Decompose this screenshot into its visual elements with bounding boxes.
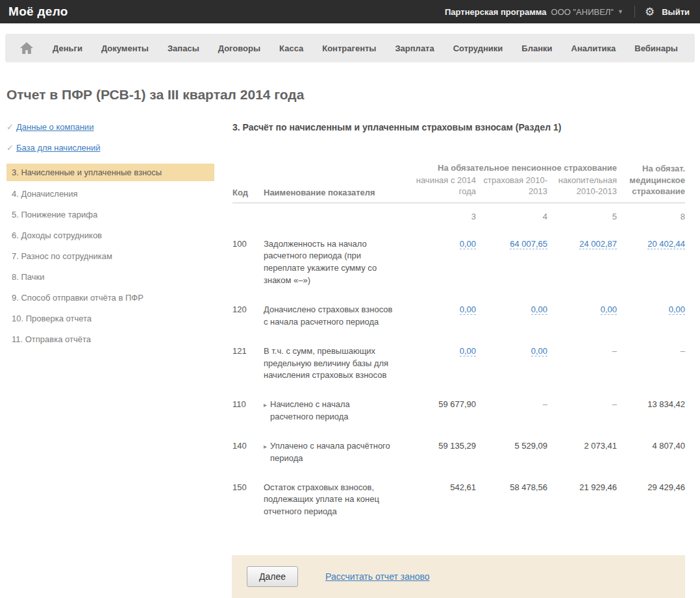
- step-additional-accruals: 4. Доначисления: [6, 189, 232, 199]
- section-main: 3. Расчёт по начисленным и уплаченным ст…: [232, 122, 685, 518]
- top-bar: Моё дело Партнерская программа ООО "АНИВ…: [0, 0, 700, 23]
- chevron-down-icon: ▼: [618, 8, 623, 15]
- nav-item-webinars[interactable]: Вебинары: [634, 44, 678, 53]
- row-name-text: Начислено с начала расчетного периода: [270, 399, 394, 423]
- app-logo[interactable]: Моё дело: [8, 5, 68, 19]
- company-dropdown[interactable]: ООО "АНИВЕЛ" ▼: [551, 7, 623, 17]
- step-send-method: 9. Способ отправки отчёта в ПФР: [6, 293, 232, 303]
- value-empty: –: [612, 399, 617, 409]
- expander-icon[interactable]: ▸: [264, 440, 270, 465]
- table-row: 120 Доначислено страховых взносов с нача…: [232, 304, 685, 329]
- row-name: Доначислено страховых взносов с начала р…: [264, 304, 405, 329]
- header-funded-2010-2013: накопительная 2010-2013: [547, 175, 617, 197]
- value-plain: 59 677,90: [438, 399, 476, 409]
- row-code: 121: [232, 345, 264, 382]
- next-button[interactable]: Далее: [247, 566, 298, 587]
- home-button[interactable]: [19, 42, 34, 55]
- expander-icon[interactable]: ▸: [264, 399, 270, 423]
- table-header: На обязательное пенсионное страхование Н…: [232, 163, 685, 203]
- recalculate-report-link[interactable]: Рассчитать отчет заново: [325, 571, 430, 582]
- header-indicator-name: Наименование показателя: [264, 188, 405, 197]
- company-name: ООО "АНИВЕЛ": [551, 7, 614, 17]
- value-link[interactable]: 20 402,44: [647, 239, 685, 249]
- step-company-data: ✓ Данные о компании: [6, 122, 232, 132]
- step-report-send: 11. Отправка отчёта: [6, 334, 232, 344]
- value-link[interactable]: 0,00: [460, 239, 476, 249]
- row-name: Задолженность на начало расчетного перио…: [264, 238, 405, 287]
- page-title: Отчет в ПФР (РСВ-1) за III квартал 2014 …: [6, 87, 700, 103]
- topbar-right: Партнерская программа ООО "АНИВЕЛ" ▼ ⚙ В…: [445, 6, 690, 18]
- column-number: 5: [547, 212, 617, 221]
- nav-item-salary[interactable]: Зарплата: [395, 44, 434, 53]
- content: ✓ Данные о компании ✓ База для начислени…: [0, 122, 700, 518]
- value-link[interactable]: 0,00: [531, 305, 547, 315]
- column-number: 8: [617, 212, 685, 221]
- logout-button[interactable]: Выйти: [662, 7, 690, 17]
- value-plain: 13 834,42: [647, 399, 685, 409]
- table-row: 140 ▸ Уплачено с начала расчётного перио…: [232, 440, 685, 465]
- nav-item-employees[interactable]: Сотрудники: [453, 44, 503, 53]
- check-icon: ✓: [6, 122, 16, 132]
- nav-item-cashdesk[interactable]: Касса: [279, 44, 303, 53]
- row-code: 140: [232, 440, 264, 465]
- value-link[interactable]: 64 007,65: [510, 239, 547, 249]
- value-plain: 542,61: [450, 482, 476, 492]
- value-link[interactable]: 0,00: [460, 305, 476, 315]
- value-plain: 21 929,46: [579, 482, 617, 492]
- step-link-accrual-base[interactable]: База для начислений: [16, 143, 100, 153]
- step-link-company-data[interactable]: Данные о компании: [16, 122, 94, 132]
- footer-action-bar: Далее Рассчитать отчет заново: [232, 555, 685, 598]
- value-empty: –: [543, 399, 547, 409]
- header-insurance-2010-2013: страховая 2010-2013: [476, 175, 547, 197]
- nav-item-documents[interactable]: Документы: [101, 44, 149, 53]
- partner-program-label: Партнерская программа: [445, 7, 547, 17]
- nav-item-analytics[interactable]: Аналитика: [571, 44, 616, 53]
- value-empty: –: [681, 346, 685, 356]
- row-code: 110: [232, 399, 264, 423]
- nav-item-counterparties[interactable]: Контрагенты: [322, 44, 376, 53]
- table-row: 121 В т.ч. с сумм, превышающих предельну…: [232, 345, 685, 382]
- nav-item-forms[interactable]: Бланки: [521, 44, 552, 53]
- row-name: В т.ч. с сумм, превышающих предельную ве…: [264, 345, 405, 382]
- row-name: ▸ Начислено с начала расчетного периода: [264, 399, 405, 423]
- nav-item-money[interactable]: Деньги: [53, 44, 82, 53]
- column-number: 4: [476, 212, 547, 221]
- row-name: ▸ Уплачено с начала расчётного периода: [264, 440, 405, 465]
- value-plain: 59 135,29: [438, 441, 476, 451]
- value-link[interactable]: 24 002,87: [579, 239, 617, 249]
- value-plain: 29 429,46: [647, 482, 685, 492]
- step-employee-income: 6. Доходы сотрудников: [6, 230, 232, 240]
- row-code: 120: [232, 304, 264, 329]
- value-plain: 5 529,09: [514, 441, 547, 451]
- check-icon: ✓: [6, 143, 16, 153]
- value-link[interactable]: 0,00: [460, 346, 476, 356]
- step-active-contributions[interactable]: 3. Начисленные и уплаченные взносы: [6, 164, 214, 181]
- nav-item-contracts[interactable]: Договоры: [218, 44, 260, 53]
- row-code: 150: [232, 482, 264, 519]
- home-icon: [19, 42, 34, 55]
- value-plain: 4 807,40: [652, 441, 685, 451]
- header-since-2014: начиная с 2014 года: [405, 175, 476, 197]
- nav-item-stock[interactable]: Запасы: [168, 44, 199, 53]
- divider: [634, 6, 635, 18]
- step-accrual-base: ✓ База для начислений: [6, 143, 232, 153]
- main-nav: Деньги Документы Запасы Договоры Касса К…: [5, 34, 695, 62]
- column-numbers-row: 3 4 5 8: [232, 212, 685, 221]
- wizard-steps: ✓ Данные о компании ✓ База для начислени…: [6, 122, 232, 355]
- header-pension-group: На обязательное пенсионное страхование: [405, 163, 617, 174]
- value-plain: 58 478,56: [510, 482, 547, 492]
- header-code: Код: [232, 188, 264, 197]
- table-row: 150 Остаток страховых взносов, подлежащи…: [232, 482, 685, 519]
- header-medical: На обязат. медицинское страхование: [617, 163, 685, 197]
- section-heading: 3. Расчёт по начисленным и уплаченным ст…: [232, 122, 685, 132]
- value-link[interactable]: 0,00: [531, 346, 547, 356]
- value-link[interactable]: 0,00: [601, 305, 617, 315]
- step-report-check: 10. Проверка отчета: [6, 314, 232, 323]
- gear-icon[interactable]: ⚙: [645, 6, 655, 18]
- table-row: 100 Задолженность на начало расчетного п…: [232, 238, 685, 287]
- column-number: 3: [405, 212, 476, 221]
- value-empty: –: [612, 346, 617, 356]
- row-code: 100: [232, 238, 264, 287]
- value-link[interactable]: 0,00: [669, 305, 685, 315]
- step-batches: 8. Пачки: [6, 272, 232, 282]
